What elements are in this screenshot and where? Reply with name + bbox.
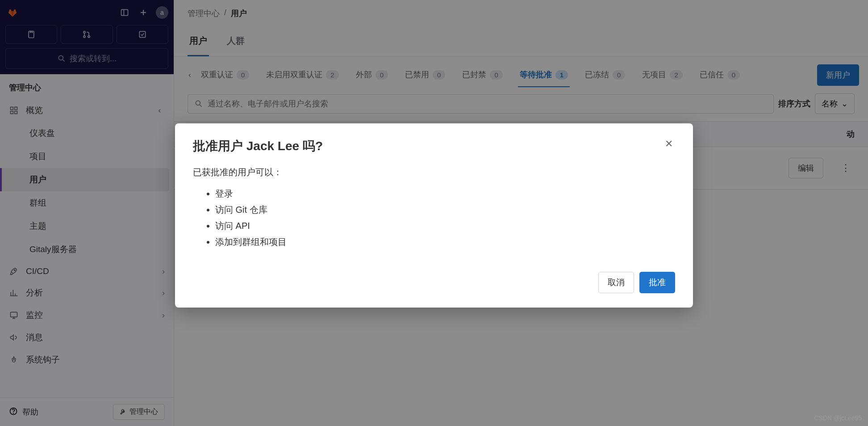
modal-header: 批准用户 Jack Lee 吗? ✕ <box>193 138 675 155</box>
approve-button[interactable]: 批准 <box>639 272 675 293</box>
list-item: 访问 Git 仓库 <box>215 202 675 217</box>
approve-user-modal: 批准用户 Jack Lee 吗? ✕ 已获批准的用户可以： 登录 访问 Git … <box>175 123 693 308</box>
cancel-button[interactable]: 取消 <box>598 272 634 293</box>
list-item: 访问 API <box>215 218 675 233</box>
watermark: CSDN @jcLee95 <box>814 414 862 422</box>
modal-intro: 已获批准的用户可以： <box>193 164 675 180</box>
modal-footer: 取消 批准 <box>193 272 675 293</box>
list-item: 登录 <box>215 186 675 201</box>
modal-title: 批准用户 Jack Lee 吗? <box>193 138 323 155</box>
modal-overlay[interactable]: 批准用户 Jack Lee 吗? ✕ 已获批准的用户可以： 登录 访问 Git … <box>0 0 868 426</box>
modal-permission-list: 登录 访问 Git 仓库 访问 API 添加到群组和项目 <box>215 186 675 249</box>
close-icon[interactable]: ✕ <box>663 138 675 150</box>
modal-body: 已获批准的用户可以： 登录 访问 Git 仓库 访问 API 添加到群组和项目 <box>193 164 675 249</box>
list-item: 添加到群组和项目 <box>215 234 675 249</box>
